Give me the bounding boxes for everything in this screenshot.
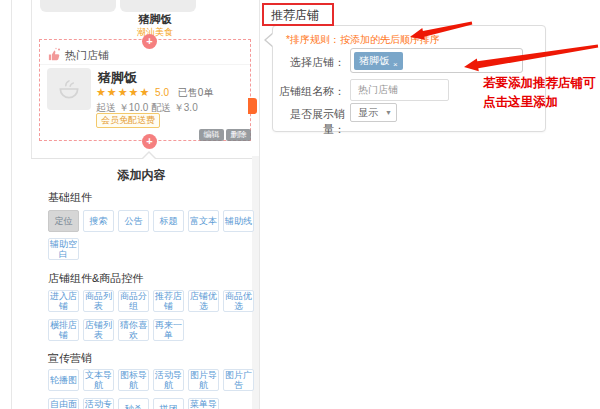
component-button[interactable]: 商品列表 — [83, 290, 114, 312]
component-button[interactable]: 活动专区 — [83, 398, 114, 409]
add-component-above-button[interactable]: + — [142, 34, 157, 49]
component-button[interactable]: 商品分组 — [118, 290, 149, 312]
store-rating-row: ★★★★★ 5.0 已售0单 — [96, 86, 213, 100]
component-button[interactable]: 图片导航 — [188, 369, 219, 391]
show-sales-label: 是否展示销量： — [270, 107, 345, 137]
group-name-input[interactable]: 热门店铺 — [350, 79, 449, 101]
product-image-placeholder — [120, 0, 196, 12]
preview-right-divider — [259, 0, 260, 409]
component-button[interactable]: 轮播图 — [48, 369, 79, 391]
member-free-delivery-badge: 会员免配送费 — [96, 113, 160, 128]
left-divider — [11, 0, 12, 409]
component-button[interactable]: 富文本 — [188, 210, 219, 232]
tag-close-icon[interactable]: × — [393, 60, 398, 69]
component-button[interactable]: 图片广告 — [223, 369, 254, 391]
product-image-placeholder — [40, 0, 116, 12]
store-thumbnail — [47, 68, 91, 110]
component-button[interactable]: 自由面板 — [48, 398, 79, 409]
product-name: 猪脚饭 — [45, 12, 265, 27]
rating-value: 5.0 — [155, 87, 169, 98]
component-button[interactable]: 秒杀 — [118, 398, 149, 409]
component-button[interactable]: 活动导航 — [153, 369, 184, 391]
section-title-marketing: 宣传营销 — [48, 351, 92, 366]
edit-button[interactable]: 编辑 — [199, 129, 224, 141]
palette-title: 添加内容 — [31, 167, 252, 184]
component-button[interactable]: 辅助线 — [223, 210, 254, 232]
component-button[interactable]: 店铺优选 — [188, 290, 219, 312]
component-header-label: 热门店铺 — [65, 48, 109, 63]
section-title-store: 店铺组件&商品控件 — [48, 271, 143, 286]
annotation-text-line2: 点击这里添加 — [483, 94, 558, 111]
store-tag-label: 猪脚饭 — [359, 54, 389, 68]
palette-notch-inner — [142, 153, 156, 160]
group-name-label: 店铺组名称： — [270, 84, 345, 99]
bowl-placeholder-icon — [56, 76, 82, 102]
sold-count: 已售0单 — [178, 87, 214, 98]
group-name-value: 热门店铺 — [358, 83, 398, 97]
component-button[interactable]: 文本导航 — [83, 369, 114, 391]
show-sales-value: 显示 — [358, 106, 378, 120]
star-rating-icons: ★★★★★ — [96, 86, 150, 98]
divider — [40, 64, 250, 65]
component-button[interactable]: 进入店铺 — [48, 290, 79, 312]
hot-icon — [47, 47, 62, 62]
component-button[interactable]: 猜你喜欢 — [118, 319, 149, 341]
chevron-down-icon: ▼ — [385, 109, 392, 116]
annotation-text-line1: 若要添加推荐店铺可 — [483, 75, 596, 92]
annotation-highlight-rect — [262, 3, 334, 26]
select-store-input[interactable]: 猪脚饭 × — [350, 48, 523, 73]
panel-pointer-inner — [266, 34, 273, 46]
select-store-label: 选择店铺： — [270, 55, 345, 70]
delete-button[interactable]: 删除 — [226, 129, 251, 141]
component-button[interactable]: 公告 — [118, 210, 149, 232]
component-button[interactable]: 再来一单 — [153, 319, 184, 341]
component-handle-tab[interactable] — [248, 98, 257, 114]
component-button[interactable]: 搜索 — [83, 210, 114, 232]
store-tag[interactable]: 猪脚饭 × — [354, 52, 403, 70]
store-name: 猪脚饭 — [98, 69, 137, 87]
component-button[interactable]: 店铺列表 — [83, 319, 114, 341]
component-button[interactable]: 图标导航 — [118, 369, 149, 391]
component-button[interactable]: 横排店铺 — [48, 319, 79, 341]
component-button[interactable]: 商品优选 — [223, 290, 254, 312]
component-button[interactable]: 推荐店铺 — [153, 290, 184, 312]
store-decoration-editor: 猪脚饭 潮汕美食 + 热门店铺 猪脚饭 ★★★★★ 5.0 已售0单 起送 ￥1… — [0, 0, 600, 409]
show-sales-select[interactable]: 显示 ▼ — [350, 103, 397, 122]
component-button[interactable]: 菜单导航 — [188, 398, 219, 409]
component-button[interactable]: 定位 — [48, 210, 79, 232]
component-button[interactable]: 标题 — [153, 210, 184, 232]
sort-rule-note: *排序规则：按添加的先后顺序排序 — [286, 33, 440, 47]
add-component-below-button[interactable]: + — [142, 134, 157, 149]
section-title-basic: 基础组件 — [48, 190, 92, 205]
component-button[interactable]: 拼团 — [153, 398, 184, 409]
component-button[interactable]: 辅助空白 — [48, 238, 79, 260]
